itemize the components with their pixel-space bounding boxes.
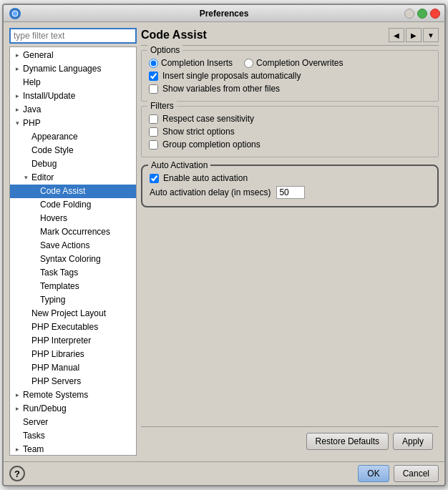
show-strict-option[interactable]: Show strict options (149, 125, 431, 138)
completion-inserts-radio[interactable] (149, 59, 158, 68)
sidebar-item-php-editor-hovers[interactable]: Hovers (10, 212, 136, 225)
sidebar-item-php-manual[interactable]: PHP Manual (10, 361, 136, 375)
sidebar-item-label: Run/Debug (23, 403, 135, 415)
content-area: ▸General▸Dynamic LanguagesHelp▸Install/U… (4, 22, 444, 461)
filters-section: Filters Respect case sensitivity Show st… (141, 106, 439, 157)
apply-button[interactable]: Apply (393, 433, 433, 450)
group-completion-option[interactable]: Group completion options (149, 138, 431, 151)
sidebar-item-label: PHP Interpreter (31, 335, 135, 347)
sidebar-item-dynamic-languages[interactable]: ▸Dynamic Languages (10, 62, 136, 76)
expander-icon (13, 432, 21, 441)
expander-icon: ▸ (13, 446, 21, 454)
back-button[interactable]: ◀ (389, 28, 404, 42)
completion-radio-group: Completion Inserts Completion Overwrites (149, 57, 431, 69)
restore-defaults-button[interactable]: Restore Defaults (306, 433, 389, 450)
completion-inserts-label: Completion Inserts (161, 58, 233, 68)
sidebar-item-java[interactable]: ▸Java (10, 103, 136, 117)
expander-icon (30, 215, 39, 223)
expander-icon (30, 283, 39, 291)
sidebar-item-label: Code Assist (40, 185, 135, 197)
sidebar-item-general[interactable]: ▸General (10, 49, 136, 62)
expander-icon (21, 323, 30, 332)
sidebar-item-php-editor-code-assist[interactable]: Code Assist (10, 185, 136, 198)
insert-single-option[interactable]: Insert single proposals automatically (149, 69, 431, 82)
show-strict-checkbox[interactable] (149, 127, 158, 137)
completion-inserts-option[interactable]: Completion Inserts (149, 58, 233, 68)
sidebar-item-php-editor-mark-occurrences[interactable]: Mark Occurrences (10, 225, 136, 239)
sidebar-item-run-debug[interactable]: ▸Run/Debug (10, 402, 136, 416)
expander-icon (21, 337, 30, 346)
sidebar-item-label: Templates (40, 280, 135, 293)
ok-button[interactable]: OK (358, 465, 389, 482)
delay-input[interactable] (276, 186, 305, 199)
dropdown-button[interactable]: ▼ (423, 28, 439, 42)
sidebar-item-php-editor-templates[interactable]: Templates (10, 280, 136, 293)
close-button[interactable] (430, 9, 440, 19)
sidebar-item-php-executables[interactable]: PHP Executables (10, 320, 136, 334)
sidebar-item-label: Code Folding (40, 199, 135, 211)
expander-icon (13, 79, 21, 87)
sidebar-item-php-editor-code-folding[interactable]: Code Folding (10, 198, 136, 212)
tree: ▸General▸Dynamic LanguagesHelp▸Install/U… (9, 46, 137, 456)
respect-case-checkbox[interactable] (149, 114, 158, 124)
forward-button[interactable]: ▶ (406, 28, 422, 42)
sidebar-item-label: Syntax Coloring (40, 253, 135, 265)
sidebar-item-php-interpreter[interactable]: PHP Interpreter (10, 334, 136, 348)
sidebar-item-php-editor[interactable]: ▾Editor (10, 171, 136, 185)
expander-icon: ▾ (21, 174, 30, 182)
sidebar-item-php-code-style[interactable]: Code Style (10, 144, 136, 157)
maximize-button[interactable] (417, 9, 427, 19)
sidebar-item-php-servers[interactable]: PHP Servers (10, 375, 136, 388)
sidebar-item-server[interactable]: Server (10, 416, 136, 429)
sidebar-item-php-editor-save-actions[interactable]: Save Actions (10, 239, 136, 253)
sidebar-item-label: Java (23, 104, 135, 116)
sidebar-item-remote-systems[interactable]: ▸Remote Systems (10, 388, 136, 402)
sidebar-item-help[interactable]: Help (10, 76, 136, 89)
completion-overwrites-label: Completion Overwrites (256, 58, 343, 68)
footer-bar: ? OK Cancel (4, 461, 444, 485)
respect-case-label: Respect case sensitivity (162, 114, 254, 124)
sidebar-item-label: Debug (31, 158, 135, 170)
show-variables-option[interactable]: Show variables from other files (149, 82, 431, 95)
expander-icon (21, 147, 30, 155)
sidebar-item-tasks[interactable]: Tasks (10, 429, 136, 443)
sidebar-item-php-new-project-layout[interactable]: New Project Layout (10, 307, 136, 320)
sidebar-item-team[interactable]: ▸Team (10, 443, 136, 456)
filter-input[interactable] (9, 28, 137, 44)
sidebar: ▸General▸Dynamic LanguagesHelp▸Install/U… (9, 28, 137, 456)
sidebar-item-label: Tasks (23, 430, 135, 442)
sidebar-item-label: Mark Occurrences (40, 226, 135, 238)
sidebar-item-php-editor-typing[interactable]: Typing (10, 293, 136, 307)
help-button[interactable]: ? (9, 466, 25, 481)
minimize-button[interactable] (404, 9, 414, 19)
panel-title: Code Assist (141, 29, 207, 41)
svg-point-0 (12, 11, 18, 16)
insert-single-label: Insert single proposals automatically (162, 71, 301, 81)
enable-auto-activation-option[interactable]: Enable auto activation (150, 172, 430, 185)
expander-icon (30, 187, 39, 196)
sidebar-item-label: PHP Servers (31, 376, 135, 388)
group-completion-checkbox[interactable] (149, 140, 158, 150)
show-variables-checkbox[interactable] (149, 84, 158, 94)
sidebar-item-php-debug[interactable]: Debug (10, 157, 136, 171)
insert-single-checkbox[interactable] (149, 72, 158, 81)
respect-case-option[interactable]: Respect case sensitivity (149, 112, 431, 125)
sidebar-item-php-editor-task-tags[interactable]: Task Tags (10, 266, 136, 280)
sidebar-item-label: Appearance (31, 131, 135, 143)
expander-icon (21, 378, 30, 386)
sidebar-item-php[interactable]: ▾PHP (10, 117, 136, 130)
preferences-dialog: Preferences ▸General▸Dynamic LanguagesHe… (2, 4, 446, 486)
cancel-button[interactable]: Cancel (394, 465, 439, 482)
enable-auto-activation-checkbox[interactable] (150, 174, 159, 183)
expander-icon: ▸ (13, 65, 21, 74)
sidebar-item-install-update[interactable]: ▸Install/Update (10, 89, 136, 103)
completion-overwrites-radio[interactable] (244, 59, 253, 68)
expander-icon (13, 418, 21, 427)
show-strict-label: Show strict options (162, 127, 235, 137)
completion-overwrites-option[interactable]: Completion Overwrites (244, 58, 343, 68)
sidebar-item-php-libraries[interactable]: PHP Libraries (10, 348, 136, 361)
sidebar-item-php-editor-syntax-coloring[interactable]: Syntax Coloring (10, 253, 136, 266)
sidebar-item-label: New Project Layout (31, 308, 135, 320)
sidebar-item-label: PHP Executables (31, 321, 135, 333)
sidebar-item-php-appearance[interactable]: Appearance (10, 130, 136, 144)
